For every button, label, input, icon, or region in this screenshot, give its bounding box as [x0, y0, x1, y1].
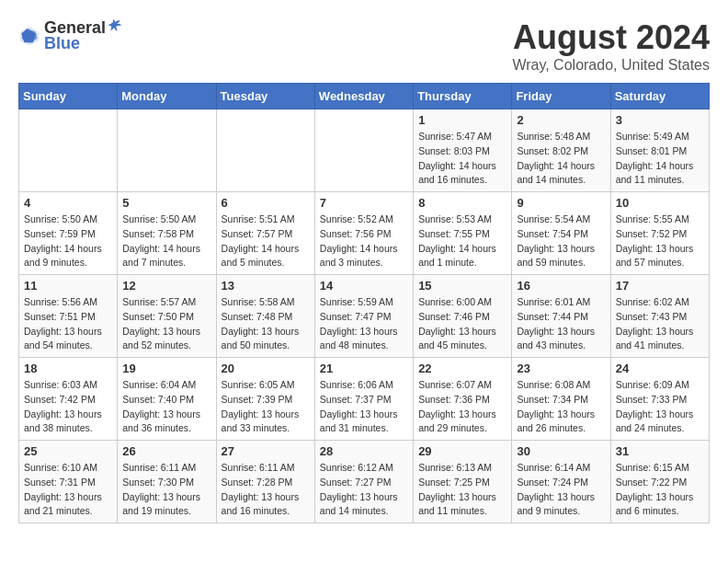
day-info: Sunrise: 6:05 AM Sunset: 7:39 PM Dayligh…: [222, 378, 310, 436]
day-header-tuesday: Tuesday: [216, 84, 314, 109]
day-cell-13: 13Sunrise: 5:58 AM Sunset: 7:48 PM Dayli…: [216, 275, 314, 358]
week-row-1: 1Sunrise: 5:47 AM Sunset: 8:03 PM Daylig…: [19, 109, 710, 192]
day-cell-12: 12Sunrise: 5:57 AM Sunset: 7:50 PM Dayli…: [118, 275, 216, 358]
day-info: Sunrise: 5:57 AM Sunset: 7:50 PM Dayligh…: [122, 295, 210, 353]
day-cell-2: 2Sunrise: 5:48 AM Sunset: 8:02 PM Daylig…: [512, 109, 610, 192]
day-header-monday: Monday: [118, 84, 216, 109]
day-info: Sunrise: 5:58 AM Sunset: 7:48 PM Dayligh…: [222, 295, 310, 353]
day-header-wednesday: Wednesday: [314, 84, 413, 109]
day-cell-15: 15Sunrise: 6:00 AM Sunset: 7:46 PM Dayli…: [414, 275, 512, 358]
main-title: August 2024: [512, 18, 710, 57]
day-cell-10: 10Sunrise: 5:55 AM Sunset: 7:52 PM Dayli…: [610, 192, 709, 275]
day-info: Sunrise: 5:50 AM Sunset: 7:59 PM Dayligh…: [24, 213, 112, 270]
logo: General Blue: [18, 18, 122, 53]
day-header-thursday: Thursday: [414, 84, 512, 109]
day-info: Sunrise: 5:48 AM Sunset: 8:02 PM Dayligh…: [517, 130, 605, 188]
day-cell-22: 22Sunrise: 6:07 AM Sunset: 7:36 PM Dayli…: [414, 358, 512, 441]
day-info: Sunrise: 6:11 AM Sunset: 7:30 PM Dayligh…: [122, 461, 210, 519]
day-info: Sunrise: 5:53 AM Sunset: 7:55 PM Dayligh…: [418, 213, 506, 270]
day-number: 13: [222, 279, 310, 293]
title-area: August 2024 Wray, Colorado, United State…: [512, 18, 710, 74]
day-info: Sunrise: 6:13 AM Sunset: 7:25 PM Dayligh…: [418, 461, 506, 519]
day-cell-8: 8Sunrise: 5:53 AM Sunset: 7:55 PM Daylig…: [414, 192, 512, 275]
week-row-2: 4Sunrise: 5:50 AM Sunset: 7:59 PM Daylig…: [19, 192, 710, 275]
day-number: 14: [320, 279, 408, 293]
day-info: Sunrise: 5:51 AM Sunset: 7:57 PM Dayligh…: [222, 213, 310, 270]
day-cell-empty: [118, 109, 216, 192]
day-number: 1: [418, 113, 506, 127]
day-info: Sunrise: 6:10 AM Sunset: 7:31 PM Dayligh…: [24, 461, 112, 519]
day-info: Sunrise: 6:00 AM Sunset: 7:46 PM Dayligh…: [418, 295, 506, 353]
subtitle: Wray, Colorado, United States: [512, 57, 710, 74]
day-cell-23: 23Sunrise: 6:08 AM Sunset: 7:34 PM Dayli…: [512, 358, 610, 441]
day-number: 2: [517, 113, 605, 127]
day-header-saturday: Saturday: [610, 84, 709, 109]
day-info: Sunrise: 6:02 AM Sunset: 7:43 PM Dayligh…: [616, 295, 704, 353]
day-info: Sunrise: 5:49 AM Sunset: 8:01 PM Dayligh…: [616, 130, 704, 188]
day-info: Sunrise: 5:50 AM Sunset: 7:58 PM Dayligh…: [122, 213, 210, 270]
day-info: Sunrise: 6:07 AM Sunset: 7:36 PM Dayligh…: [418, 378, 506, 436]
day-info: Sunrise: 5:56 AM Sunset: 7:51 PM Dayligh…: [24, 295, 112, 353]
day-number: 24: [616, 362, 704, 375]
week-row-5: 25Sunrise: 6:10 AM Sunset: 7:31 PM Dayli…: [19, 441, 710, 523]
day-number: 30: [517, 444, 605, 458]
day-info: Sunrise: 6:11 AM Sunset: 7:28 PM Dayligh…: [222, 461, 310, 519]
day-cell-24: 24Sunrise: 6:09 AM Sunset: 7:33 PM Dayli…: [610, 358, 709, 441]
day-cell-27: 27Sunrise: 6:11 AM Sunset: 7:28 PM Dayli…: [216, 441, 314, 523]
day-number: 28: [320, 444, 408, 458]
day-cell-17: 17Sunrise: 6:02 AM Sunset: 7:43 PM Dayli…: [610, 275, 709, 358]
day-info: Sunrise: 5:47 AM Sunset: 8:03 PM Dayligh…: [418, 130, 506, 188]
day-cell-14: 14Sunrise: 5:59 AM Sunset: 7:47 PM Dayli…: [314, 275, 413, 358]
day-number: 22: [418, 362, 506, 375]
day-cell-25: 25Sunrise: 6:10 AM Sunset: 7:31 PM Dayli…: [19, 441, 118, 523]
day-cell-5: 5Sunrise: 5:50 AM Sunset: 7:58 PM Daylig…: [118, 192, 216, 275]
day-cell-4: 4Sunrise: 5:50 AM Sunset: 7:59 PM Daylig…: [19, 192, 118, 275]
day-info: Sunrise: 6:06 AM Sunset: 7:37 PM Dayligh…: [320, 378, 408, 436]
day-header-friday: Friday: [512, 84, 610, 109]
day-info: Sunrise: 6:03 AM Sunset: 7:42 PM Dayligh…: [24, 378, 112, 436]
day-cell-29: 29Sunrise: 6:13 AM Sunset: 7:25 PM Dayli…: [414, 441, 512, 523]
day-info: Sunrise: 6:04 AM Sunset: 7:40 PM Dayligh…: [122, 378, 210, 436]
calendar-table: SundayMondayTuesdayWednesdayThursdayFrid…: [18, 83, 710, 523]
day-cell-empty: [19, 109, 118, 192]
day-number: 16: [517, 279, 605, 293]
day-number: 21: [320, 362, 408, 375]
day-info: Sunrise: 6:12 AM Sunset: 7:27 PM Dayligh…: [320, 461, 408, 519]
day-number: 18: [24, 362, 112, 375]
day-number: 25: [24, 444, 112, 458]
day-info: Sunrise: 5:52 AM Sunset: 7:56 PM Dayligh…: [320, 213, 408, 270]
day-number: 6: [222, 196, 310, 210]
day-cell-26: 26Sunrise: 6:11 AM Sunset: 7:30 PM Dayli…: [118, 441, 216, 523]
day-cell-18: 18Sunrise: 6:03 AM Sunset: 7:42 PM Dayli…: [19, 358, 118, 441]
day-cell-empty: [216, 109, 314, 192]
day-cell-7: 7Sunrise: 5:52 AM Sunset: 7:56 PM Daylig…: [314, 192, 413, 275]
day-number: 4: [24, 196, 112, 210]
day-number: 29: [418, 444, 506, 458]
day-cell-3: 3Sunrise: 5:49 AM Sunset: 8:01 PM Daylig…: [610, 109, 709, 192]
day-cell-21: 21Sunrise: 6:06 AM Sunset: 7:37 PM Dayli…: [314, 358, 413, 441]
day-number: 8: [418, 196, 506, 210]
day-cell-16: 16Sunrise: 6:01 AM Sunset: 7:44 PM Dayli…: [512, 275, 610, 358]
day-number: 23: [517, 362, 605, 375]
day-header-sunday: Sunday: [19, 84, 118, 109]
day-number: 5: [122, 196, 210, 210]
logo-bird-icon: [108, 18, 122, 33]
day-cell-empty: [314, 109, 413, 192]
day-number: 31: [616, 444, 704, 458]
day-cell-28: 28Sunrise: 6:12 AM Sunset: 7:27 PM Dayli…: [314, 441, 413, 523]
day-cell-1: 1Sunrise: 5:47 AM Sunset: 8:03 PM Daylig…: [414, 109, 512, 192]
day-info: Sunrise: 6:01 AM Sunset: 7:44 PM Dayligh…: [517, 295, 605, 353]
day-number: 11: [24, 279, 112, 293]
week-row-4: 18Sunrise: 6:03 AM Sunset: 7:42 PM Dayli…: [19, 358, 710, 441]
day-cell-6: 6Sunrise: 5:51 AM Sunset: 7:57 PM Daylig…: [216, 192, 314, 275]
day-number: 10: [616, 196, 704, 210]
header-row: SundayMondayTuesdayWednesdayThursdayFrid…: [19, 84, 710, 109]
day-number: 9: [517, 196, 605, 210]
day-number: 15: [418, 279, 506, 293]
week-row-3: 11Sunrise: 5:56 AM Sunset: 7:51 PM Dayli…: [19, 275, 710, 358]
day-cell-30: 30Sunrise: 6:14 AM Sunset: 7:24 PM Dayli…: [512, 441, 610, 523]
day-info: Sunrise: 5:59 AM Sunset: 7:47 PM Dayligh…: [320, 295, 408, 353]
day-info: Sunrise: 5:54 AM Sunset: 7:54 PM Dayligh…: [517, 213, 605, 270]
day-number: 7: [320, 196, 408, 210]
header: General Blue August 2024 Wray, Colorado,…: [18, 18, 710, 74]
